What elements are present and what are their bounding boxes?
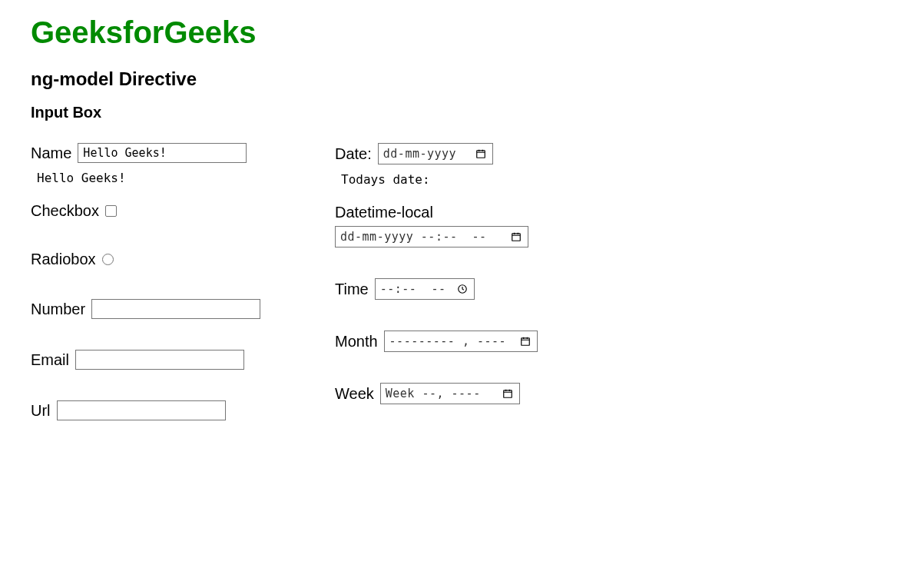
email-label: Email	[31, 351, 69, 369]
email-input[interactable]	[75, 350, 244, 370]
section-heading: Input Box	[31, 104, 893, 121]
svg-rect-1	[512, 234, 521, 241]
calendar-icon	[475, 148, 486, 159]
svg-rect-0	[477, 151, 485, 158]
svg-rect-3	[521, 338, 529, 345]
calendar-icon	[511, 231, 522, 242]
radio-label: Radiobox	[31, 251, 96, 268]
date-input[interactable]: dd-mm-yyyy	[378, 143, 493, 164]
calendar-icon	[520, 336, 531, 347]
svg-rect-4	[504, 390, 512, 397]
name-echo: Hello Geeks!	[37, 171, 292, 185]
week-placeholder: Week --, ----	[386, 387, 481, 400]
number-input[interactable]	[91, 299, 260, 319]
name-input[interactable]	[78, 143, 247, 163]
week-label: Week	[335, 385, 374, 403]
datetime-label: Datetime-local	[335, 204, 433, 221]
url-label: Url	[31, 402, 51, 420]
month-input[interactable]: --------- , ----	[384, 331, 538, 352]
date-label: Date:	[335, 145, 372, 163]
time-input[interactable]: --:-- --	[375, 278, 475, 300]
page-subtitle: ng-model Directive	[31, 68, 893, 90]
radio-input[interactable]	[102, 254, 114, 265]
week-input[interactable]: Week --, ----	[380, 383, 520, 404]
month-placeholder: --------- , ----	[389, 334, 507, 348]
checkbox-label: Checkbox	[31, 202, 99, 220]
url-input[interactable]	[57, 400, 226, 420]
calendar-icon	[502, 388, 513, 399]
datetime-placeholder: dd-mm-yyyy --:-- --	[340, 230, 487, 244]
time-placeholder: --:-- --	[380, 282, 446, 296]
date-placeholder: dd-mm-yyyy	[383, 147, 456, 161]
date-echo: Todays date:	[341, 172, 627, 187]
month-label: Month	[335, 333, 378, 350]
checkbox-input[interactable]	[105, 205, 117, 217]
clock-icon	[457, 284, 468, 294]
name-label: Name	[31, 145, 71, 162]
time-label: Time	[335, 281, 369, 298]
number-label: Number	[31, 301, 85, 318]
datetime-input[interactable]: dd-mm-yyyy --:-- --	[335, 226, 528, 247]
page-title: GeeksforGeeks	[31, 15, 893, 50]
